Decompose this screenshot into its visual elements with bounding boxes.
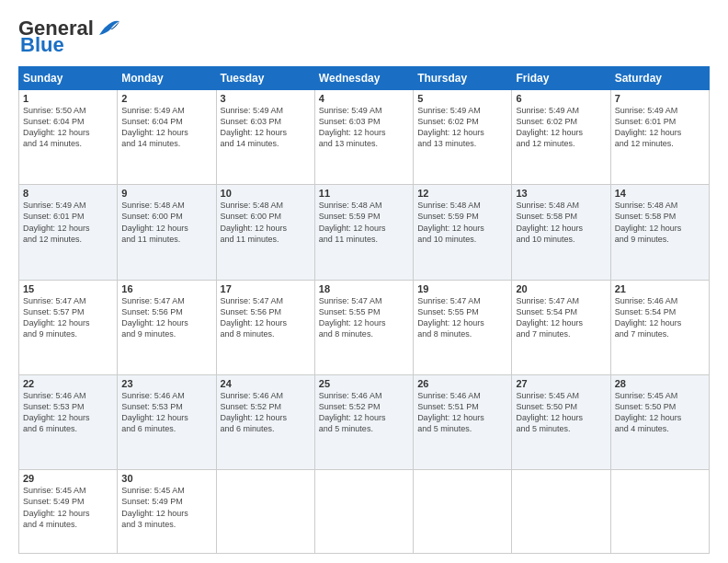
day-info: Sunrise: 5:47 AM Sunset: 5:55 PM Dayligh… — [319, 295, 409, 340]
day-number: 20 — [516, 283, 606, 294]
day-info: Sunrise: 5:45 AM Sunset: 5:49 PM Dayligh… — [23, 485, 113, 530]
calendar-cell: 11Sunrise: 5:48 AM Sunset: 5:59 PM Dayli… — [314, 185, 413, 280]
calendar-cell: 9Sunrise: 5:48 AM Sunset: 6:00 PM Daylig… — [118, 185, 216, 280]
calendar-cell: 4Sunrise: 5:49 AM Sunset: 6:03 PM Daylig… — [314, 90, 413, 185]
calendar-cell: 8Sunrise: 5:49 AM Sunset: 6:01 PM Daylig… — [19, 185, 118, 280]
day-number: 12 — [417, 188, 507, 199]
day-info: Sunrise: 5:46 AM Sunset: 5:54 PM Dayligh… — [615, 295, 705, 340]
day-number: 19 — [417, 283, 507, 294]
day-info: Sunrise: 5:45 AM Sunset: 5:49 PM Dayligh… — [121, 485, 211, 530]
day-info: Sunrise: 5:48 AM Sunset: 5:58 PM Dayligh… — [516, 200, 606, 245]
calendar-cell: 26Sunrise: 5:46 AM Sunset: 5:51 PM Dayli… — [414, 374, 512, 469]
calendar-cell — [512, 470, 610, 554]
day-number: 27 — [516, 378, 606, 389]
day-number: 2 — [121, 93, 211, 104]
day-number: 9 — [121, 188, 211, 199]
day-number: 5 — [417, 93, 507, 104]
calendar-cell — [610, 470, 709, 554]
day-info: Sunrise: 5:48 AM Sunset: 5:59 PM Dayligh… — [417, 200, 507, 245]
day-number: 3 — [221, 93, 311, 104]
weekday-header-tuesday: Tuesday — [216, 67, 314, 90]
day-info: Sunrise: 5:49 AM Sunset: 6:01 PM Dayligh… — [615, 105, 705, 150]
calendar-cell: 1Sunrise: 5:50 AM Sunset: 6:04 PM Daylig… — [19, 90, 118, 185]
day-info: Sunrise: 5:49 AM Sunset: 6:03 PM Dayligh… — [319, 105, 409, 150]
calendar-cell: 29Sunrise: 5:45 AM Sunset: 5:49 PM Dayli… — [19, 470, 118, 554]
day-info: Sunrise: 5:48 AM Sunset: 5:58 PM Dayligh… — [615, 200, 705, 245]
day-info: Sunrise: 5:49 AM Sunset: 6:03 PM Dayligh… — [221, 105, 311, 150]
day-info: Sunrise: 5:47 AM Sunset: 5:55 PM Dayligh… — [417, 295, 507, 340]
day-number: 14 — [615, 188, 705, 199]
day-number: 23 — [121, 378, 211, 389]
day-info: Sunrise: 5:45 AM Sunset: 5:50 PM Dayligh… — [516, 390, 606, 435]
calendar-cell: 22Sunrise: 5:46 AM Sunset: 5:53 PM Dayli… — [19, 374, 118, 469]
logo-blue: Blue — [20, 33, 64, 57]
day-number: 8 — [23, 188, 113, 199]
day-info: Sunrise: 5:49 AM Sunset: 6:02 PM Dayligh… — [417, 105, 507, 150]
day-info: Sunrise: 5:47 AM Sunset: 5:57 PM Dayligh… — [23, 295, 113, 340]
day-info: Sunrise: 5:47 AM Sunset: 5:54 PM Dayligh… — [516, 295, 606, 340]
page-header: General Blue — [18, 17, 710, 57]
calendar-cell: 19Sunrise: 5:47 AM Sunset: 5:55 PM Dayli… — [414, 280, 512, 374]
calendar-cell: 15Sunrise: 5:47 AM Sunset: 5:57 PM Dayli… — [19, 280, 118, 374]
weekday-header-thursday: Thursday — [414, 67, 512, 90]
day-number: 16 — [121, 283, 211, 294]
weekday-header-friday: Friday — [512, 67, 610, 90]
day-number: 26 — [417, 378, 507, 389]
day-info: Sunrise: 5:46 AM Sunset: 5:53 PM Dayligh… — [23, 390, 113, 435]
calendar-cell: 30Sunrise: 5:45 AM Sunset: 5:49 PM Dayli… — [118, 470, 216, 554]
logo: General Blue — [18, 17, 121, 57]
day-info: Sunrise: 5:47 AM Sunset: 5:56 PM Dayligh… — [221, 295, 311, 340]
calendar-cell: 20Sunrise: 5:47 AM Sunset: 5:54 PM Dayli… — [512, 280, 610, 374]
calendar-cell: 27Sunrise: 5:45 AM Sunset: 5:50 PM Dayli… — [512, 374, 610, 469]
day-info: Sunrise: 5:45 AM Sunset: 5:50 PM Dayligh… — [615, 390, 705, 435]
day-number: 1 — [23, 93, 113, 104]
calendar-cell — [414, 470, 512, 554]
weekday-header-wednesday: Wednesday — [314, 67, 413, 90]
day-number: 11 — [319, 188, 409, 199]
day-info: Sunrise: 5:46 AM Sunset: 5:53 PM Dayligh… — [121, 390, 211, 435]
day-info: Sunrise: 5:46 AM Sunset: 5:51 PM Dayligh… — [417, 390, 507, 435]
day-number: 18 — [319, 283, 409, 294]
calendar-cell: 28Sunrise: 5:45 AM Sunset: 5:50 PM Dayli… — [610, 374, 709, 469]
day-info: Sunrise: 5:48 AM Sunset: 6:00 PM Dayligh… — [221, 200, 311, 245]
calendar-cell: 7Sunrise: 5:49 AM Sunset: 6:01 PM Daylig… — [610, 90, 709, 185]
day-info: Sunrise: 5:47 AM Sunset: 5:56 PM Dayligh… — [121, 295, 211, 340]
calendar-cell: 3Sunrise: 5:49 AM Sunset: 6:03 PM Daylig… — [216, 90, 314, 185]
day-info: Sunrise: 5:49 AM Sunset: 6:01 PM Dayligh… — [23, 200, 113, 245]
weekday-header-sunday: Sunday — [19, 67, 118, 90]
day-number: 22 — [23, 378, 113, 389]
logo-bird-icon — [96, 18, 121, 39]
day-number: 25 — [319, 378, 409, 389]
calendar-cell: 23Sunrise: 5:46 AM Sunset: 5:53 PM Dayli… — [118, 374, 216, 469]
day-info: Sunrise: 5:48 AM Sunset: 5:59 PM Dayligh… — [319, 200, 409, 245]
day-number: 10 — [221, 188, 311, 199]
day-number: 17 — [221, 283, 311, 294]
day-info: Sunrise: 5:49 AM Sunset: 6:02 PM Dayligh… — [516, 105, 606, 150]
calendar-table: SundayMondayTuesdayWednesdayThursdayFrid… — [18, 66, 710, 554]
calendar-cell: 12Sunrise: 5:48 AM Sunset: 5:59 PM Dayli… — [414, 185, 512, 280]
calendar-cell: 16Sunrise: 5:47 AM Sunset: 5:56 PM Dayli… — [118, 280, 216, 374]
day-number: 29 — [23, 473, 113, 484]
day-number: 13 — [516, 188, 606, 199]
calendar-cell — [314, 470, 413, 554]
calendar-cell: 18Sunrise: 5:47 AM Sunset: 5:55 PM Dayli… — [314, 280, 413, 374]
day-number: 15 — [23, 283, 113, 294]
calendar-cell: 14Sunrise: 5:48 AM Sunset: 5:58 PM Dayli… — [610, 185, 709, 280]
calendar-cell: 2Sunrise: 5:49 AM Sunset: 6:04 PM Daylig… — [118, 90, 216, 185]
weekday-header-saturday: Saturday — [610, 67, 709, 90]
calendar-cell: 5Sunrise: 5:49 AM Sunset: 6:02 PM Daylig… — [414, 90, 512, 185]
day-info: Sunrise: 5:46 AM Sunset: 5:52 PM Dayligh… — [319, 390, 409, 435]
day-info: Sunrise: 5:50 AM Sunset: 6:04 PM Dayligh… — [23, 105, 113, 150]
calendar-cell: 6Sunrise: 5:49 AM Sunset: 6:02 PM Daylig… — [512, 90, 610, 185]
day-number: 4 — [319, 93, 409, 104]
day-number: 21 — [615, 283, 705, 294]
day-info: Sunrise: 5:49 AM Sunset: 6:04 PM Dayligh… — [121, 105, 211, 150]
day-info: Sunrise: 5:46 AM Sunset: 5:52 PM Dayligh… — [221, 390, 311, 435]
weekday-header-monday: Monday — [118, 67, 216, 90]
day-number: 30 — [121, 473, 211, 484]
day-info: Sunrise: 5:48 AM Sunset: 6:00 PM Dayligh… — [121, 200, 211, 245]
calendar-header-row: SundayMondayTuesdayWednesdayThursdayFrid… — [19, 67, 710, 90]
day-number: 24 — [221, 378, 311, 389]
calendar-cell: 25Sunrise: 5:46 AM Sunset: 5:52 PM Dayli… — [314, 374, 413, 469]
calendar-cell: 21Sunrise: 5:46 AM Sunset: 5:54 PM Dayli… — [610, 280, 709, 374]
